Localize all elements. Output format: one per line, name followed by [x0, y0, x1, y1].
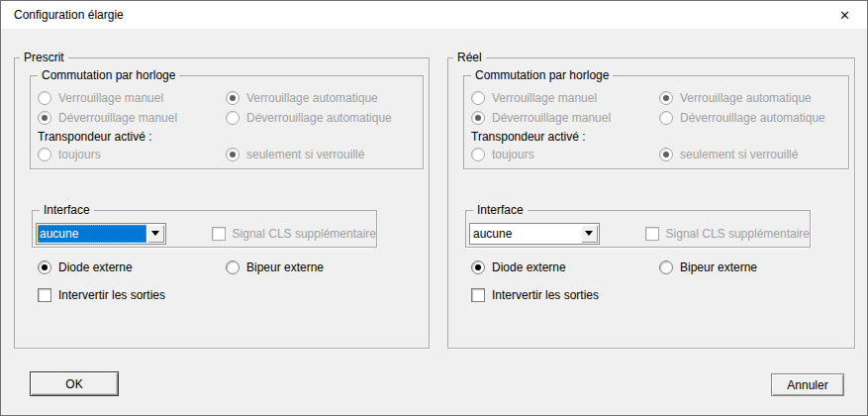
title-bar: Configuration élargie ✕ [1, 1, 867, 29]
panel-reel: Réel Commutation par horloge Verrouillag… [447, 57, 855, 349]
checkbox-icon [471, 288, 485, 302]
dropdown-value: aucune [38, 225, 146, 243]
radio-row: toujours seulement si verrouillé [31, 145, 423, 164]
triangle-glyph [585, 231, 593, 236]
chevron-down-icon[interactable] [147, 225, 164, 243]
prescrit-bipeur-externe-radio[interactable]: Bipeur externe [226, 260, 429, 274]
close-icon[interactable]: ✕ [822, 1, 867, 29]
radio-icon [226, 260, 240, 274]
radio-selected-icon [471, 260, 485, 274]
radio-selected-icon [659, 148, 673, 161]
prescrit-interface-dropdown[interactable]: aucune [36, 223, 166, 245]
prescrit-cls-signal-checkbox: Signal CLS supplémentaire [212, 223, 376, 245]
reel-seulement-si-verrouille-radio: seulement si verrouillé [659, 148, 848, 161]
reel-cls-signal-checkbox: Signal CLS supplémentaire [645, 223, 810, 245]
transponder-label: Transpondeur activé : [31, 128, 423, 145]
radio-icon [226, 111, 240, 125]
reel-clock-switching-group: Commutation par horloge Verrouillage man… [463, 75, 849, 169]
panel-title: Prescrit [20, 51, 68, 64]
radio-row: Déverrouillage manuel Déverrouillage aut… [31, 108, 423, 128]
radio-selected-icon [471, 111, 485, 125]
reel-toujours-radio: toujours [471, 148, 659, 161]
prescrit-deverrouillage-automatique-radio: Déverrouillage automatique [226, 111, 423, 125]
radio-row: Verrouillage manuel Verrouillage automat… [31, 88, 423, 108]
radio-icon [659, 111, 673, 125]
radio-selected-icon [38, 260, 51, 274]
radio-selected-icon [38, 111, 51, 125]
reel-interface-dropdown[interactable]: aucune [469, 223, 600, 245]
prescrit-interface-group: Interface aucune Signal CLS supplémentai… [32, 210, 377, 248]
dropdown-value: aucune [471, 225, 580, 243]
extended-configuration-dialog: Configuration élargie ✕ Prescrit Commuta… [0, 0, 868, 416]
radio-icon [38, 91, 51, 105]
panels-container: Prescrit Commutation par horloge Verroui… [14, 57, 855, 349]
prescrit-verrouillage-manuel-radio: Verrouillage manuel [38, 91, 226, 105]
radio-selected-icon [659, 91, 673, 105]
reel-interface-group: Interface aucune Signal CLS supplémentai… [465, 210, 811, 248]
cancel-button[interactable]: Annuler [771, 373, 844, 396]
panel-title: Réel [453, 51, 486, 64]
radio-selected-icon [226, 91, 240, 105]
prescrit-deverrouillage-manuel-radio: Déverrouillage manuel [38, 111, 226, 125]
group-title: Commutation par horloge [38, 68, 179, 82]
radio-row: toujours seulement si verrouillé [464, 145, 848, 164]
radio-row: Diode externe Bipeur externe [464, 258, 854, 277]
checkbox-icon [38, 288, 51, 302]
reel-deverrouillage-manuel-radio: Déverrouillage manuel [471, 111, 659, 125]
radio-row: Verrouillage manuel Verrouillage automat… [464, 88, 848, 108]
prescrit-clock-switching-group: Commutation par horloge Verrouillage man… [30, 75, 424, 169]
panel-prescrit: Prescrit Commutation par horloge Verroui… [14, 57, 430, 349]
radio-row: Diode externe Bipeur externe [31, 258, 429, 277]
window-title: Configuration élargie [1, 8, 124, 22]
reel-invert-outputs-checkbox[interactable]: Intervertir les sorties [471, 285, 854, 305]
ok-button[interactable]: OK [30, 371, 119, 396]
prescrit-toujours-radio: toujours [38, 148, 226, 161]
reel-verrouillage-manuel-radio: Verrouillage manuel [471, 91, 659, 105]
prescrit-seulement-si-verrouille-radio: seulement si verrouillé [226, 148, 423, 161]
checkbox-icon [645, 227, 659, 241]
group-title: Interface [473, 203, 528, 217]
reel-diode-externe-radio[interactable]: Diode externe [471, 260, 659, 274]
prescrit-diode-externe-radio[interactable]: Diode externe [38, 260, 226, 274]
reel-deverrouillage-automatique-radio: Déverrouillage automatique [659, 111, 848, 125]
group-title: Interface [40, 203, 94, 217]
checkbox-icon [212, 227, 226, 241]
transponder-label: Transpondeur activé : [464, 128, 848, 145]
group-title: Commutation par horloge [471, 68, 613, 82]
radio-icon [659, 260, 673, 274]
reel-bipeur-externe-radio[interactable]: Bipeur externe [659, 260, 854, 274]
radio-icon [471, 91, 485, 105]
prescrit-invert-outputs-checkbox[interactable]: Intervertir les sorties [38, 285, 429, 305]
radio-selected-icon [226, 148, 240, 161]
reel-verrouillage-automatique-radio: Verrouillage automatique [659, 91, 848, 105]
triangle-glyph [151, 231, 159, 236]
radio-icon [471, 148, 485, 161]
chevron-down-icon[interactable] [581, 225, 598, 243]
radio-row: Déverrouillage manuel Déverrouillage aut… [464, 108, 848, 128]
prescrit-verrouillage-automatique-radio: Verrouillage automatique [226, 91, 423, 105]
radio-icon [38, 148, 51, 161]
